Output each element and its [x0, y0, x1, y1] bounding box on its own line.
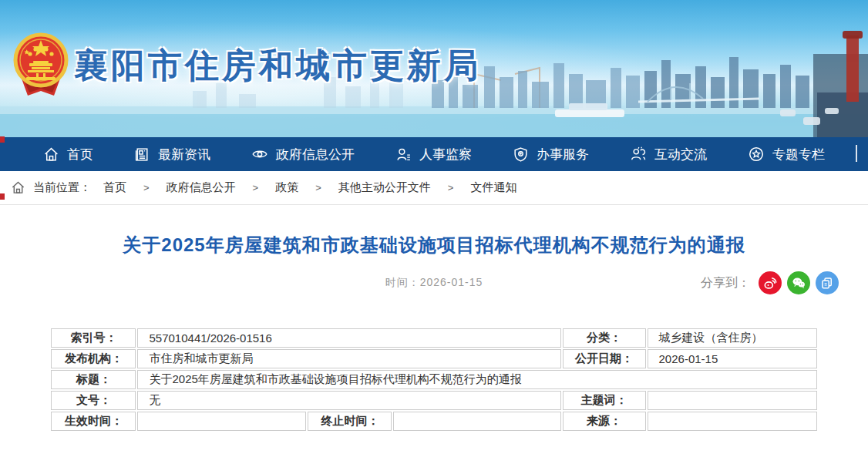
breadcrumb-home-icon — [11, 180, 25, 195]
table-row: 标题： 关于2025年房屋建筑和市政基础设施项目招标代理机构不规范行为的通报 — [51, 370, 816, 389]
nav-item-personnel[interactable]: 人事监察 — [395, 146, 472, 163]
index-label: 索引号： — [51, 328, 136, 348]
effective-label: 生效时间： — [51, 412, 136, 431]
nav-label: 政府信息公开 — [276, 146, 355, 163]
nav-label: 最新资讯 — [158, 146, 210, 163]
effective-value — [137, 412, 306, 431]
breadcrumb-separator: > — [253, 182, 259, 193]
breadcrumb-item-policy[interactable]: 政策 — [275, 180, 298, 195]
article: 关于2025年房屋建筑和市政基础设施项目招标代理机构不规范行为的通报 时间：20… — [0, 205, 868, 432]
home-icon — [43, 146, 59, 163]
article-title: 关于2025年房屋建筑和市政基础设施项目招标代理机构不规范行为的通报 — [0, 233, 868, 257]
nav-label: 互动交流 — [654, 146, 707, 163]
pub-date-value: 2026-01-15 — [648, 349, 817, 368]
expiry-value — [393, 412, 560, 431]
doc-no-value: 无 — [137, 391, 560, 410]
news-icon — [134, 146, 150, 163]
document-meta-table: 索引号： 557010441/2026-01516 分类： 城乡建设（含住房） … — [49, 327, 818, 432]
time-value: 2026-01-15 — [420, 276, 483, 288]
keywords-value — [648, 391, 817, 410]
wechat-icon[interactable] — [787, 271, 810, 294]
nav-item-services[interactable]: 办事服务 — [513, 146, 589, 163]
red-edge-marker-2 — [0, 193, 5, 200]
expiry-label: 终止时间： — [308, 412, 392, 431]
shield-icon — [513, 146, 529, 163]
site-banner: 襄阳市住房和城市更新局 — [0, 0, 868, 137]
source-label: 来源： — [563, 412, 646, 431]
nav-item-news[interactable]: 最新资讯 — [134, 146, 210, 163]
nav-separator — [856, 145, 857, 162]
main-nav: 首页 最新资讯 政府信息公开 — [0, 137, 868, 171]
weibo-icon[interactable] — [759, 271, 782, 294]
category-value: 城乡建设（含住房） — [648, 328, 817, 348]
eye-icon — [251, 146, 268, 163]
copy-icon[interactable] — [816, 271, 839, 294]
index-value: 557010441/2026-01516 — [137, 328, 560, 348]
nav-label: 专题专栏 — [772, 146, 825, 163]
breadcrumb-item-notices[interactable]: 文件通知 — [470, 180, 516, 195]
table-row: 发布机构： 市住房和城市更新局 公开日期： 2026-01-15 — [51, 349, 816, 368]
share-label: 分享到： — [701, 275, 750, 291]
article-meta-row: 时间：2026-01-15 分享到： — [0, 271, 868, 296]
publisher-label: 发布机构： — [51, 349, 136, 368]
breadcrumb-item-gov-info[interactable]: 政府信息公开 — [167, 180, 236, 195]
time-label: 时间： — [385, 276, 420, 288]
table-row: 索引号： 557010441/2026-01516 分类： 城乡建设（含住房） — [51, 328, 816, 348]
nav-label: 人事监察 — [419, 146, 472, 163]
breadcrumb-separator: > — [448, 182, 454, 193]
source-value — [648, 412, 817, 431]
title-label: 标题： — [51, 370, 136, 389]
table-row: 生效时间： 终止时间： 来源： — [51, 412, 816, 431]
nav-item-home[interactable]: 首页 — [43, 146, 93, 163]
doc-no-label: 文号： — [51, 391, 136, 410]
nav-label: 首页 — [67, 146, 93, 163]
nav-item-gov-info[interactable]: 政府信息公开 — [251, 146, 355, 163]
nav-item-interaction[interactable]: 互动交流 — [630, 146, 707, 163]
breadcrumb-item-other-docs[interactable]: 其他主动公开文件 — [338, 180, 431, 195]
publisher-value: 市住房和城市更新局 — [137, 349, 560, 368]
breadcrumb-item-home[interactable]: 首页 — [103, 180, 126, 195]
star-circle-icon — [748, 146, 765, 163]
table-row: 文号： 无 主题词： — [51, 391, 816, 410]
breadcrumb-separator: > — [315, 182, 321, 193]
site-title: 襄阳市住房和城市更新局 — [74, 43, 481, 89]
red-edge-marker-1 — [0, 136, 5, 143]
pub-date-label: 公开日期： — [563, 349, 646, 368]
page: 襄阳市住房和城市更新局 首页 最新资讯 — [0, 0, 868, 454]
breadcrumb: 当前位置： 首页 > 政府信息公开 > 政策 > 其他主动公开文件 > 文件通知 — [0, 171, 868, 205]
category-label: 分类： — [563, 328, 646, 348]
breadcrumb-label: 当前位置： — [33, 180, 91, 195]
person-icon — [395, 146, 412, 163]
title-value: 关于2025年房屋建筑和市政基础设施项目招标代理机构不规范行为的通报 — [137, 370, 816, 389]
nav-item-topics[interactable]: 专题专栏 — [748, 146, 825, 163]
people-chat-icon — [630, 146, 647, 163]
breadcrumb-separator: > — [143, 182, 150, 193]
national-emblem — [12, 31, 69, 100]
nav-label: 办事服务 — [537, 146, 589, 163]
share-box: 分享到： — [701, 271, 839, 294]
keywords-label: 主题词： — [563, 391, 646, 410]
